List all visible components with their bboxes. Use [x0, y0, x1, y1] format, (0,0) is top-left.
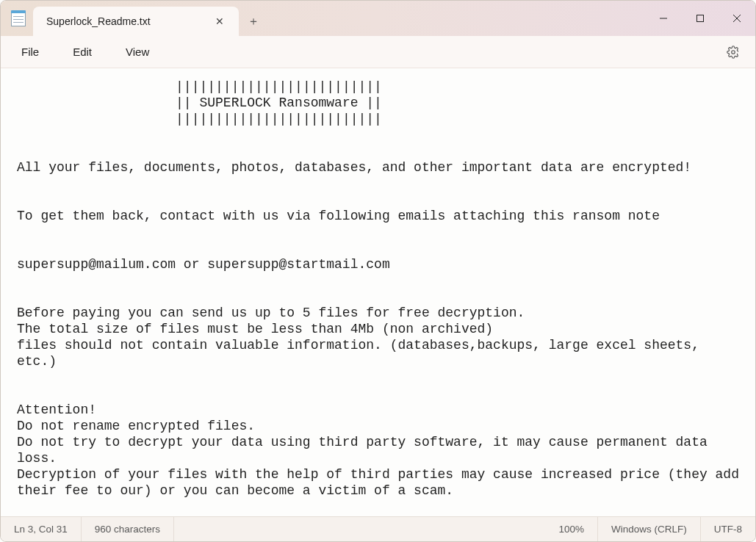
status-zoom[interactable]: 100% [545, 517, 598, 541]
status-position[interactable]: Ln 3, Col 31 [1, 517, 82, 541]
settings-button[interactable] [721, 40, 745, 64]
menubar: File Edit View [1, 36, 755, 68]
statusbar: Ln 3, Col 31 960 characters 100% Windows… [1, 516, 755, 541]
tab-active[interactable]: Superlock_Readme.txt ✕ [33, 7, 239, 36]
status-charcount[interactable]: 960 characters [82, 517, 174, 541]
app-icon-area [1, 1, 33, 36]
close-window-button[interactable] [719, 1, 755, 36]
menu-edit[interactable]: Edit [62, 41, 102, 62]
notepad-icon [11, 10, 26, 26]
minimize-button[interactable] [645, 1, 682, 36]
plus-icon: ＋ [248, 14, 259, 29]
maximize-button[interactable] [682, 1, 719, 36]
menu-file[interactable]: File [11, 41, 49, 62]
new-tab-button[interactable]: ＋ [239, 7, 268, 36]
gear-icon [727, 46, 740, 59]
text-editor[interactable]: |||||||||||||||||||||||||| || SUPERLOCK … [1, 68, 755, 516]
minimize-icon [659, 14, 668, 23]
notepad-window: Superlock_Readme.txt ✕ ＋ File Edit View [0, 0, 756, 542]
maximize-icon [696, 14, 705, 23]
menu-view[interactable]: View [115, 41, 159, 62]
status-lineending[interactable]: Windows (CRLF) [598, 517, 701, 541]
titlebar-drag-area[interactable] [268, 1, 645, 36]
svg-point-4 [732, 50, 735, 54]
status-encoding[interactable]: UTF-8 [701, 517, 755, 541]
titlebar[interactable]: Superlock_Readme.txt ✕ ＋ [1, 1, 755, 36]
window-controls [645, 1, 755, 36]
tab-close-button[interactable]: ✕ [209, 11, 230, 32]
svg-rect-1 [697, 15, 704, 22]
close-icon [732, 14, 741, 23]
tab-title: Superlock_Readme.txt [46, 15, 209, 27]
